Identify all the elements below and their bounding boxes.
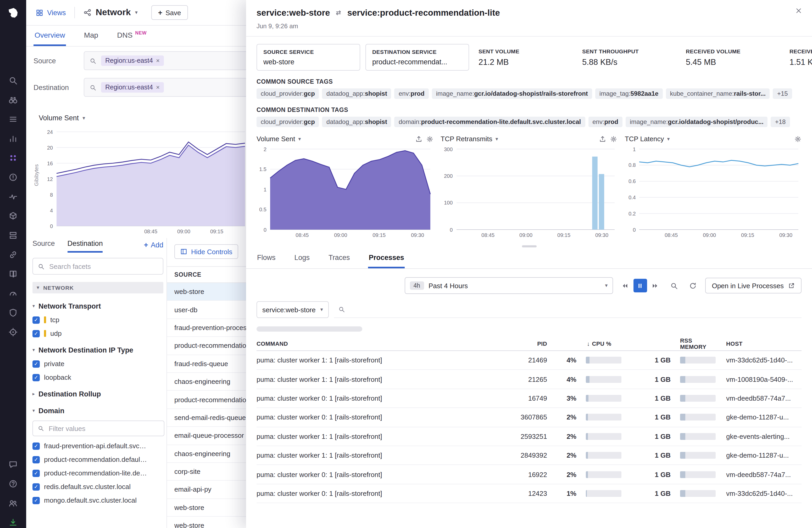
facet-item[interactable]: udp	[32, 330, 163, 337]
facet-section-ip-type[interactable]: ▾ Network Destination IP Type	[32, 346, 163, 354]
app-title[interactable]: Network ▾	[83, 7, 138, 18]
table-row[interactable]: puma: cluster worker 1: 1 [rails-storefr…	[257, 427, 801, 446]
checkbox[interactable]	[32, 330, 40, 337]
chart-metric-selector[interactable]: TCP Retransmits ▾	[440, 135, 498, 143]
checkbox[interactable]	[32, 469, 40, 477]
service-filter-select[interactable]: service:web-store ▾	[257, 301, 329, 318]
process-search-input[interactable]	[349, 305, 797, 314]
facet-section-transport[interactable]: ▾ Network Transport	[32, 302, 163, 310]
more-tags-pill[interactable]: +15	[773, 88, 792, 99]
search-facets-input[interactable]	[48, 262, 158, 271]
service-card[interactable]: SOURCE SERVICE web-store	[257, 44, 360, 71]
dashboards-icon[interactable]	[9, 134, 18, 143]
col-rss[interactable]: RSS MEMORY	[674, 337, 719, 350]
service-map-icon[interactable]	[9, 153, 18, 163]
remove-tag-icon[interactable]: ×	[156, 84, 160, 91]
views-button[interactable]: Views	[35, 9, 66, 16]
checkbox[interactable]	[32, 483, 40, 491]
filter-values-input[interactable]	[48, 424, 159, 433]
close-icon[interactable]	[795, 7, 802, 15]
facet-item[interactable]: fraud-prevention-api.default.svc.cluster…	[32, 442, 163, 450]
open-live-processes-button[interactable]: Open in Live Processes	[705, 278, 801, 293]
checkbox[interactable]	[32, 374, 40, 381]
gear-icon[interactable]	[794, 135, 801, 142]
gear-icon[interactable]	[610, 135, 618, 142]
panel-tab[interactable]: Flows	[257, 248, 276, 268]
export-icon[interactable]	[599, 135, 607, 142]
panel-tab[interactable]: Processes	[368, 248, 405, 268]
export-icon[interactable]	[415, 135, 422, 142]
chat-icon[interactable]	[9, 460, 18, 469]
rewind-button[interactable]	[618, 279, 632, 292]
filter-tag[interactable]: Region:us-east4 ×	[101, 82, 164, 93]
more-tags-pill[interactable]: +18	[771, 117, 790, 127]
tag-pill[interactable]: datadog_app:shopist	[322, 117, 391, 127]
tag-pill[interactable]: env:prod	[588, 117, 623, 127]
zoom-button[interactable]	[667, 279, 681, 292]
tag-pill[interactable]: cloud_provider:gcp	[257, 117, 319, 127]
checkbox[interactable]	[32, 456, 40, 463]
facet-section-rollup[interactable]: ▸ Destination Rollup	[32, 390, 163, 398]
hide-controls-button[interactable]: Hide Controls	[174, 244, 238, 259]
col-command[interactable]: COMMAND	[257, 341, 497, 347]
search-icon[interactable]	[9, 76, 18, 85]
users-icon[interactable]	[9, 498, 18, 508]
download-icon[interactable]	[9, 518, 18, 527]
tag-pill[interactable]: env:prod	[394, 88, 429, 99]
help-icon[interactable]	[9, 479, 18, 488]
datadog-logo[interactable]	[5, 5, 21, 21]
time-range-select[interactable]: 4h Past 4 Hours ▾	[404, 277, 613, 294]
table-row[interactable]: puma: cluster worker 1: 1 [rails-storefr…	[257, 351, 801, 370]
facet-item[interactable]: private	[32, 360, 163, 368]
nav-tab[interactable]: Map	[83, 25, 99, 46]
infrastructure-icon[interactable]	[9, 211, 18, 221]
add-facet-button[interactable]: + Add	[144, 241, 163, 253]
tag-pill[interactable]: image_name:gcr.io/datadog-shopist/produc…	[626, 117, 768, 127]
table-row[interactable]: puma: cluster worker 1: 1 [rails-storefr…	[257, 446, 801, 465]
panel-tab[interactable]: Logs	[294, 248, 310, 268]
facet-item[interactable]: redis.default.svc.cluster.local	[32, 483, 163, 491]
pause-button[interactable]	[633, 279, 647, 292]
remove-tag-icon[interactable]: ×	[156, 57, 160, 64]
tag-pill[interactable]: datadog_app:shopist	[322, 88, 391, 99]
monitors-icon[interactable]	[9, 172, 18, 182]
network-nav-icon[interactable]	[9, 250, 18, 259]
tag-pill[interactable]: image_name:gcr.io/datadog-shopist/rails-…	[432, 88, 592, 99]
watchdog-icon[interactable]	[9, 95, 18, 105]
panel-tab[interactable]: Traces	[328, 248, 350, 268]
resize-handle[interactable]	[522, 245, 536, 247]
events-icon[interactable]	[9, 115, 18, 124]
facet-item[interactable]: product-recommendation-lite.default.svc.…	[32, 469, 163, 477]
col-host[interactable]: HOST	[719, 341, 801, 347]
checkbox[interactable]	[32, 442, 40, 450]
table-row[interactable]: puma: cluster worker 1: 1 [rails-storefr…	[257, 370, 801, 389]
tag-pill[interactable]: domain:product-recommendation-lite.defau…	[394, 117, 585, 127]
tag-pill[interactable]: kube_container_name:rails-stor...	[666, 88, 770, 99]
table-row[interactable]: puma: cluster worker 0: 1 [rails-storefr…	[257, 408, 801, 427]
facet-item[interactable]: product-recommendation.default.svc.clust…	[32, 455, 163, 463]
save-button[interactable]: + Save	[151, 5, 188, 20]
checkbox[interactable]	[32, 497, 40, 504]
chart-metric-selector[interactable]: TCP Latency ▾	[625, 135, 670, 143]
table-row[interactable]: puma: cluster worker 0: 1 [rails-storefr…	[257, 484, 801, 503]
facet-item[interactable]: loopback	[32, 374, 163, 381]
settings-icon[interactable]	[9, 328, 18, 337]
service-card[interactable]: DESTINATION SERVICE product-recommendat.…	[365, 44, 469, 71]
facet-tab[interactable]: Destination	[68, 240, 103, 253]
rum-icon[interactable]	[9, 289, 18, 298]
metric-selector[interactable]: Volume Sent ▾	[39, 114, 85, 122]
facet-item[interactable]: tcp	[32, 316, 163, 324]
col-cpu[interactable]: ↓ CPU %	[580, 341, 626, 347]
facet-tab[interactable]: Source	[32, 240, 55, 253]
checkbox[interactable]	[32, 316, 40, 323]
gear-icon[interactable]	[426, 135, 433, 142]
facet-item[interactable]: mongo.default.svc.cluster.local	[32, 496, 163, 504]
checkbox[interactable]	[32, 360, 40, 367]
facet-group-network[interactable]: ▾ NETWORK	[32, 282, 163, 293]
tag-pill[interactable]: image_tag:5982aa1e	[595, 88, 663, 99]
table-row[interactable]: puma: cluster worker 0: 1 [rails-storefr…	[257, 465, 801, 484]
chart-metric-selector[interactable]: Volume Sent ▾	[257, 135, 301, 143]
synthetics-icon[interactable]	[9, 192, 18, 201]
security-icon[interactable]	[9, 308, 18, 317]
tag-pill[interactable]: cloud_provider:gcp	[257, 88, 319, 99]
